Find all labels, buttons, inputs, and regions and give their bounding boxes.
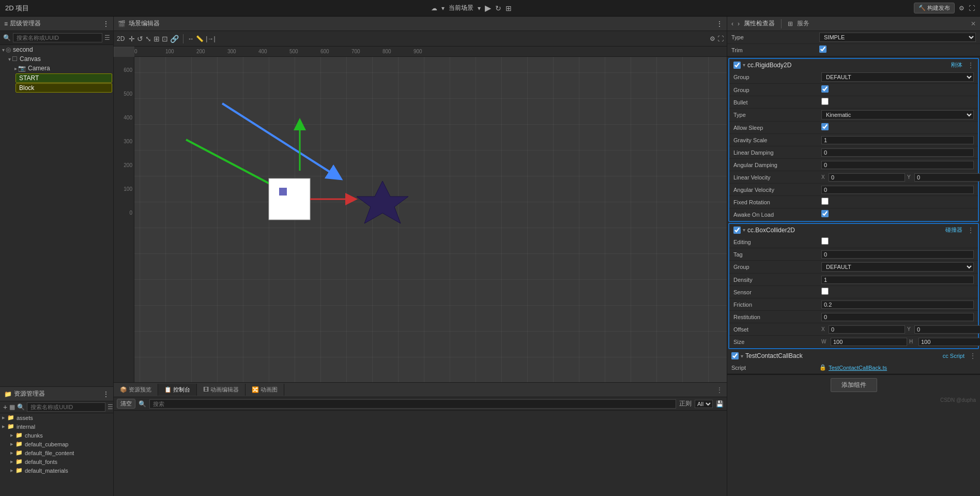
script-header[interactable]: ▾ TestContactCallBack cc Script ⋮ bbox=[727, 350, 980, 362]
asset-search-input[interactable] bbox=[27, 402, 105, 412]
white-square-object[interactable] bbox=[269, 178, 310, 220]
services-label[interactable]: 服务 bbox=[797, 19, 809, 28]
measure-icon[interactable]: |→| bbox=[206, 35, 215, 42]
inspector-back-btn[interactable]: ‹ bbox=[731, 20, 733, 27]
asset-filter-btn[interactable]: ▦ bbox=[9, 403, 15, 411]
asset-item-default-fonts[interactable]: ▸ 📁 default_fonts bbox=[0, 457, 113, 466]
rb-fixed-rotation-checkbox[interactable] bbox=[821, 198, 829, 205]
rb-allow-sleep-checkbox[interactable] bbox=[821, 123, 829, 130]
grid-btn[interactable]: ⊞ bbox=[506, 4, 512, 12]
mode-2d-btn[interactable]: 2D bbox=[117, 35, 125, 42]
asset-item-default-file-content[interactable]: ▸ 📁 default_file_content bbox=[0, 448, 113, 457]
link-tool[interactable]: 🔗 bbox=[170, 35, 179, 43]
rotate-tool[interactable]: ↺ bbox=[137, 35, 143, 43]
rigidbody-more-icon[interactable]: ⋮ bbox=[968, 62, 974, 69]
rb-type-dropdown[interactable]: Kinematic bbox=[821, 110, 974, 119]
tab-console[interactable]: 📋 控制台 bbox=[158, 384, 197, 396]
type-dropdown[interactable]: SIMPLE bbox=[819, 33, 976, 42]
rb-bullet-checkbox[interactable] bbox=[821, 98, 829, 105]
script-more-icon[interactable]: ⋮ bbox=[970, 352, 976, 359]
col-tag-input[interactable] bbox=[821, 250, 974, 259]
col-offset-y-input[interactable] bbox=[914, 325, 980, 334]
snap-icon[interactable]: ↔ bbox=[188, 35, 194, 42]
console-search-input[interactable] bbox=[149, 399, 676, 409]
log-level-select[interactable]: All bbox=[695, 400, 713, 408]
collider-collapse-icon: ▾ bbox=[743, 227, 745, 233]
collider-more-icon[interactable]: ⋮ bbox=[968, 227, 974, 234]
expand-icon[interactable]: ⛶ bbox=[969, 5, 975, 12]
ruler-icon[interactable]: 📏 bbox=[196, 35, 204, 42]
build-publish-btn[interactable]: 🔨 构建发布 bbox=[914, 3, 955, 13]
clear-console-btn[interactable]: 清空 bbox=[117, 399, 135, 409]
col-density-input[interactable] bbox=[821, 276, 974, 284]
collider-header[interactable]: ▾ cc.BoxCollider2D 碰撞器 ⋮ bbox=[729, 224, 978, 236]
move-tool[interactable]: ✛ bbox=[129, 35, 135, 43]
rb-linear-damping-input[interactable] bbox=[821, 148, 974, 157]
inspector-fwd-btn[interactable]: › bbox=[738, 20, 740, 27]
rb-angular-damping-input[interactable] bbox=[821, 161, 974, 169]
view-settings-icon[interactable]: ⚙ bbox=[710, 35, 715, 42]
save-console-icon[interactable]: 💾 bbox=[716, 400, 724, 408]
tab-asset-preview[interactable]: 📦 资源预览 bbox=[114, 384, 158, 396]
asset-item-assets[interactable]: ▸ 📁 assets bbox=[0, 413, 113, 422]
rb-contact-checkbox[interactable] bbox=[821, 85, 829, 93]
rb-group-dropdown[interactable]: DEFAULT bbox=[821, 72, 974, 82]
asset-list-icon[interactable]: ☰ bbox=[108, 403, 113, 411]
hierarchy-item-second[interactable]: ▾ ◎ second bbox=[0, 45, 113, 54]
rb-awake-checkbox[interactable] bbox=[821, 210, 829, 217]
rigidbody-header[interactable]: ▾ cc.RigidBody2D 刚体 ⋮ bbox=[729, 59, 978, 71]
rb-lv-y-input[interactable] bbox=[914, 173, 980, 182]
script-enabled-checkbox[interactable] bbox=[731, 352, 739, 359]
rb-angular-velocity-input[interactable] bbox=[821, 186, 974, 194]
scale-tool[interactable]: ⤡ bbox=[145, 35, 151, 43]
col-group-dropdown[interactable]: DEFAULT bbox=[821, 262, 974, 272]
dropdown-icon[interactable]: ▾ bbox=[441, 5, 445, 12]
rigidbody-enabled-checkbox[interactable] bbox=[733, 62, 741, 69]
inspector-divider bbox=[781, 19, 782, 28]
hierarchy-search-input[interactable] bbox=[13, 33, 102, 42]
add-component-btn[interactable]: 添加组件 bbox=[831, 378, 877, 392]
hierarchy-item-start[interactable]: START bbox=[16, 73, 112, 83]
hierarchy-item-block[interactable]: Block bbox=[16, 83, 112, 93]
hierarchy-item-canvas[interactable]: ▾ ☐ Canvas bbox=[0, 54, 113, 64]
scene-menu-icon[interactable]: ⋮ bbox=[716, 20, 723, 27]
col-friction-input[interactable] bbox=[821, 300, 974, 309]
hierarchy-item-camera[interactable]: ▸ 📷 Camera bbox=[0, 64, 113, 73]
inspector-close-btn[interactable]: ✕ bbox=[971, 20, 976, 27]
folder-icon-internal: 📁 bbox=[7, 423, 14, 430]
hierarchy-header: ≡ 层级管理器 ⋮ bbox=[0, 17, 113, 31]
scene-canvas-area[interactable]: 0 100 200 300 400 500 600 700 800 900 60… bbox=[114, 47, 727, 382]
hierarchy-menu-icon[interactable]: ⋮ bbox=[103, 20, 109, 27]
asset-item-chunks[interactable]: ▸ 📁 chunks bbox=[0, 431, 113, 440]
rb-gravity-input[interactable] bbox=[821, 136, 974, 144]
col-size-h-input[interactable] bbox=[918, 338, 980, 346]
rect-tool[interactable]: ⊞ bbox=[154, 35, 160, 43]
collider-enabled-checkbox[interactable] bbox=[733, 227, 741, 234]
script-file-link[interactable]: TestContactCallBack.ts bbox=[829, 365, 887, 371]
rb-lv-x-input[interactable] bbox=[829, 173, 905, 182]
tab-anim-editor[interactable]: 🎞 动画编辑器 bbox=[197, 384, 246, 396]
asset-item-default-materials[interactable]: ▸ 📁 default_materials bbox=[0, 466, 113, 475]
align-tool[interactable]: ⊡ bbox=[162, 35, 168, 43]
trim-checkbox[interactable] bbox=[819, 46, 826, 53]
play-btn[interactable]: ▶ bbox=[485, 3, 491, 13]
col-sensor-checkbox[interactable] bbox=[821, 288, 829, 295]
list-view-icon[interactable]: ☰ bbox=[104, 34, 110, 41]
services-tab[interactable]: ⊞ bbox=[788, 20, 793, 27]
settings-icon[interactable]: ⚙ bbox=[959, 5, 964, 12]
panel-menu-icon[interactable]: ⋮ bbox=[712, 386, 727, 394]
scene-dropdown-icon[interactable]: ▾ bbox=[478, 5, 481, 12]
col-size-w-input[interactable] bbox=[831, 338, 907, 346]
add-asset-btn[interactable]: + bbox=[3, 403, 7, 411]
col-restitution-input[interactable] bbox=[821, 313, 974, 321]
asset-item-default-cubemap[interactable]: ▸ 📁 default_cubemap bbox=[0, 440, 113, 448]
col-editing-checkbox[interactable] bbox=[821, 237, 829, 245]
fullscreen-icon[interactable]: ⛶ bbox=[717, 35, 724, 42]
asset-item-internal[interactable]: ▸ 📁 internal bbox=[0, 422, 113, 431]
rigidbody-collapse-icon: ▾ bbox=[743, 62, 745, 68]
asset-menu-icon[interactable]: ⋮ bbox=[103, 390, 109, 398]
col-offset-x-input[interactable] bbox=[829, 325, 905, 334]
tab-anim-graph[interactable]: 🔀 动画图 bbox=[246, 384, 284, 396]
refresh-btn[interactable]: ↻ bbox=[495, 4, 501, 12]
rb-gravity-row: Gravity Scale bbox=[729, 134, 978, 146]
